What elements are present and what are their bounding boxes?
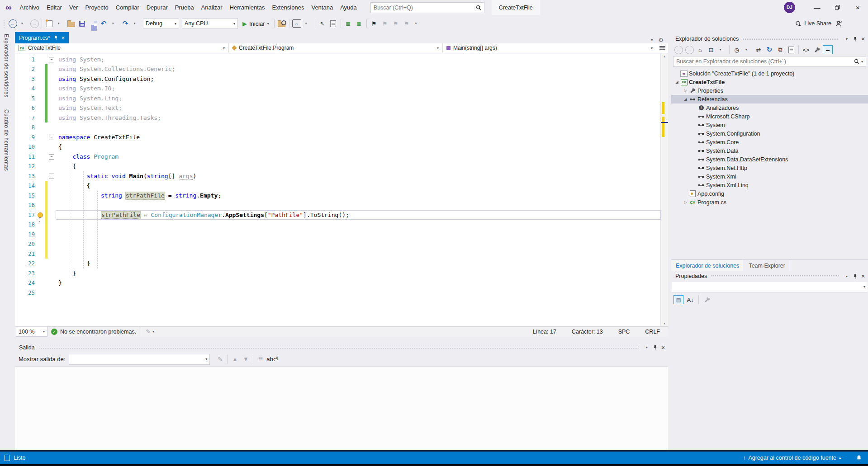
menu-item-prueba[interactable]: Prueba — [171, 0, 198, 15]
quick-launch-search[interactable]: Buscar (Ctrl+Q) — [370, 2, 484, 13]
code-line-text[interactable]: } — [56, 268, 661, 278]
nest-files-icon[interactable]: ⧉ — [775, 44, 785, 55]
line-number[interactable]: 1 — [15, 55, 37, 65]
code-line-text[interactable]: } — [56, 278, 661, 288]
line-number[interactable]: 25 — [15, 288, 37, 298]
tree-expanded-arrow-icon[interactable]: ◢ — [674, 80, 680, 84]
tree-item[interactable]: ◢Referencias — [671, 95, 868, 104]
menu-item-editar[interactable]: Editar — [43, 0, 66, 15]
tree-collapsed-arrow-icon[interactable]: ▷ — [683, 200, 688, 204]
solution-explorer-titlebar[interactable]: Explorador de soluciones ▾ × — [671, 34, 868, 44]
tree-item[interactable]: ∞Solución "CreateTxtFile" (1 de 1 proyec… — [671, 69, 868, 78]
output-source-combo[interactable]: ▾ — [69, 354, 210, 365]
minimize-button[interactable]: — — [807, 0, 827, 15]
scroll-up-icon[interactable]: ▲ — [661, 55, 668, 58]
side-tab-0[interactable]: Explorador de servidores — [3, 34, 9, 98]
menu-item-ayuda[interactable]: Ayuda — [337, 0, 360, 15]
profiler-icon[interactable]: ⌂ — [292, 18, 302, 29]
restore-button[interactable] — [827, 0, 848, 15]
navigate-backward-caret-icon[interactable]: ▾ — [19, 18, 28, 29]
line-number[interactable]: 14 — [15, 181, 37, 191]
find-message-icon[interactable]: ✎ — [215, 354, 225, 365]
close-tab-icon[interactable]: × — [62, 34, 65, 41]
line-number[interactable]: 21 — [15, 249, 37, 259]
pin-icon[interactable] — [651, 345, 659, 350]
window-position-caret-icon[interactable]: ▾ — [843, 274, 851, 278]
pending-changes-filter-icon[interactable]: ◷ — [732, 44, 742, 55]
code-line-text[interactable]: string strPathFile = string.Empty; — [56, 191, 661, 201]
line-number[interactable]: 6 — [15, 103, 37, 113]
side-tab-1[interactable]: Cuadro de herramientas — [3, 109, 9, 171]
find-in-files-icon[interactable] — [277, 18, 287, 29]
panel-tab-team-explorer[interactable]: Team Explorer — [744, 260, 790, 271]
redo-caret-icon[interactable]: ▾ — [131, 18, 141, 29]
code-line-text[interactable]: using System.Linq; — [56, 94, 661, 104]
line-number[interactable]: 22 — [15, 259, 37, 268]
code-line-text[interactable] — [56, 200, 661, 210]
line-number[interactable]: 19 — [15, 230, 37, 240]
scroll-down-icon[interactable]: ▼ — [661, 322, 668, 325]
outline-collapse-box[interactable]: − — [47, 55, 56, 65]
preview-doc-icon[interactable] — [786, 44, 796, 55]
output-panel-titlebar[interactable]: Salida ▾ × — [15, 343, 668, 353]
line-number[interactable]: 17 — [15, 210, 37, 220]
line-number[interactable]: 10 — [15, 142, 37, 152]
close-panel-icon[interactable]: × — [859, 35, 867, 42]
debug-config-combo[interactable]: Debug▾ — [143, 18, 179, 29]
menu-item-extensiones[interactable]: Extensiones — [269, 0, 308, 15]
code-line-text[interactable]: using System.Configuration; — [56, 74, 661, 84]
save-all-icon[interactable] — [88, 18, 98, 29]
code-line-text[interactable] — [56, 220, 661, 230]
line-number[interactable]: 8 — [15, 122, 37, 132]
outline-collapse-box[interactable]: − — [47, 132, 56, 142]
spaces-indicator[interactable]: SPC — [618, 329, 630, 335]
collapse-all-icon[interactable]: ⊟ — [706, 44, 716, 55]
code-line-text[interactable]: using System.IO; — [56, 84, 661, 94]
se-forward-icon[interactable]: → — [684, 44, 694, 55]
live-share-button[interactable]: Live Share — [795, 20, 831, 27]
redo-icon[interactable]: ↷ — [120, 18, 130, 29]
categorized-icon[interactable]: ▤ — [674, 294, 683, 305]
code-line-text[interactable]: { — [56, 161, 661, 171]
tree-item[interactable]: System.Data.DataSetExtensions — [671, 155, 868, 164]
save-icon[interactable] — [77, 18, 87, 29]
bookmark-toggle-icon[interactable]: ⚑ — [369, 18, 379, 29]
tab-program-cs[interactable]: Program.cs* × — [15, 32, 69, 43]
line-number[interactable]: 4 — [15, 84, 37, 94]
search-options-caret-icon[interactable]: ▾ — [861, 60, 863, 64]
view-code-icon[interactable]: <> — [801, 44, 811, 55]
code-line-text[interactable]: { — [56, 142, 661, 152]
code-line-text[interactable]: strPathFile = ConfigurationManager.AppSe… — [56, 210, 661, 220]
code-cleanup-icon[interactable]: ✎ — [146, 328, 151, 335]
tree-item[interactable]: System.Xml — [671, 172, 868, 181]
undo-caret-icon[interactable]: ▾ — [109, 18, 119, 29]
notifications-bell-icon[interactable] — [856, 455, 862, 461]
code-line-text[interactable]: } — [56, 259, 661, 268]
sync-with-active-document-icon[interactable]: ⇄ — [754, 44, 764, 55]
tree-expanded-arrow-icon[interactable]: ◢ — [683, 97, 688, 101]
problems-status-text[interactable]: No se encontraron problemas. — [60, 329, 136, 335]
properties-object-combo[interactable]: ▾ — [672, 282, 868, 292]
se-home-icon[interactable]: ⌂ — [695, 44, 705, 55]
structure-icon[interactable] — [328, 18, 338, 29]
code-line-text[interactable] — [56, 239, 661, 249]
window-position-caret-icon[interactable]: ▾ — [843, 37, 851, 41]
tree-item[interactable]: ▷Properties — [671, 86, 868, 95]
properties-titlebar[interactable]: Propiedades ▾ × — [671, 271, 868, 281]
editor-options-gear-icon[interactable]: ⚙ — [658, 37, 664, 43]
tree-item[interactable]: System — [671, 121, 868, 129]
tree-item[interactable]: System.Xml.Linq — [671, 181, 868, 189]
code-editor[interactable]: 1−using System;2using System.Collections… — [15, 53, 668, 326]
line-number[interactable]: 24 — [15, 278, 37, 288]
code-line-text[interactable] — [56, 230, 661, 240]
line-number[interactable]: 11 — [15, 152, 37, 162]
horizontal-splitter[interactable] — [15, 337, 668, 343]
refresh-icon[interactable]: ↻ — [764, 44, 774, 55]
code-cleanup-caret-icon[interactable]: ▾ — [152, 329, 154, 334]
outline-collapse-box[interactable]: − — [47, 152, 56, 162]
bookmark-previous-icon[interactable]: ⚑ — [380, 18, 390, 29]
menu-item-herramientas[interactable]: Herramientas — [226, 0, 269, 15]
menu-item-depurar[interactable]: Depurar — [143, 0, 171, 15]
bookmark-next-icon[interactable]: ⚑ — [391, 18, 401, 29]
tree-item[interactable]: ◢C#CreateTxtFile — [671, 78, 868, 86]
